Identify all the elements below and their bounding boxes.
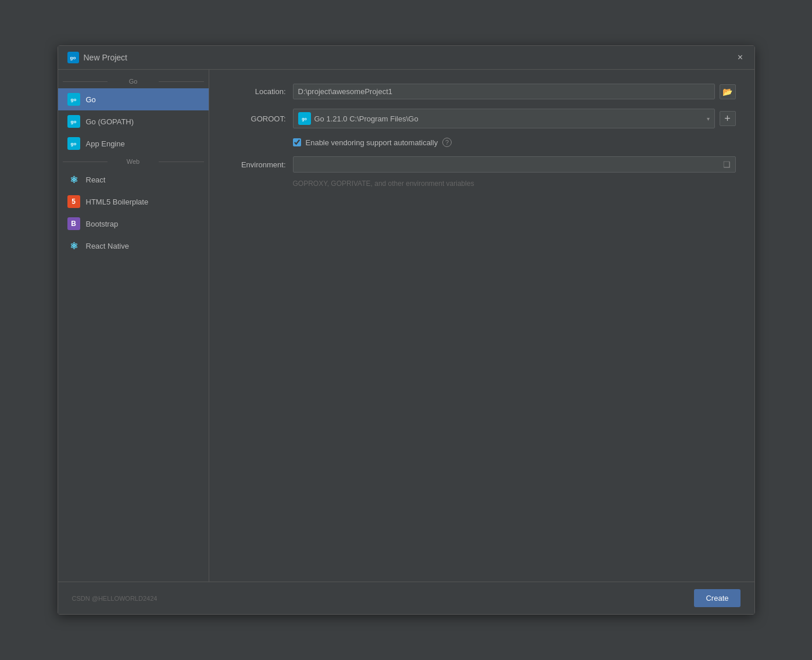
location-label: Location: [228,87,286,96]
sidebar: Go go Go go Go (GOPATH) go App En [58,70,209,582]
go-gopath-icon: go [67,115,80,128]
app-engine-icon: go [67,137,80,150]
clipboard-icon: ❑ [723,160,731,169]
bootstrap-icon: B [67,217,80,230]
vendoring-label: Enable vendoring support automatically [306,138,438,147]
goroot-select-value: Go 1.21.0 C:\Program Files\Go [314,114,418,123]
sidebar-item-go-gopath-label: Go (GOPATH) [86,117,134,126]
html5-icon: 5 [67,195,80,208]
location-input[interactable] [293,84,715,99]
close-button[interactable]: × [736,53,745,62]
goroot-row: GOROOT: go Go 1.21.0 C:\Program Files\Go… [228,109,736,128]
sidebar-item-html5-label: HTML5 Boilerplate [86,198,149,206]
goroot-select[interactable]: go Go 1.21.0 C:\Program Files\Go ▾ [293,109,715,128]
vendoring-checkbox[interactable] [293,138,301,146]
web-section-label: Web [58,155,209,168]
goroot-select-wrap: go Go 1.21.0 C:\Program Files\Go ▾ + [293,109,736,128]
location-row: Location: 📂 [228,84,736,99]
environment-placeholder: GOPROXY, GOPRIVATE, and other environmen… [293,180,736,188]
go-icon: go [67,93,80,106]
app-icon: go [67,52,79,63]
location-input-wrap: 📂 [293,84,736,99]
location-browse-button[interactable]: 📂 [720,84,736,99]
react-icon: ⚛ [67,173,80,186]
goroot-add-button[interactable]: + [720,111,736,126]
sidebar-item-react-native-label: React Native [86,242,129,250]
main-content: Location: 📂 GOROOT: [209,70,754,582]
environment-label: Environment: [228,160,286,169]
sidebar-item-go-gopath[interactable]: go Go (GOPATH) [58,110,209,132]
sidebar-item-go[interactable]: go Go [58,88,209,110]
sidebar-item-react-label: React [86,175,106,184]
goroot-select-content: go Go 1.21.0 C:\Program Files\Go [298,112,707,125]
goroot-label: GOROOT: [228,114,286,123]
react-native-icon: ⚛ [67,239,80,252]
chevron-down-icon: ▾ [707,116,710,122]
sidebar-item-html5[interactable]: 5 HTML5 Boilerplate [58,191,209,213]
sidebar-item-bootstrap[interactable]: B Bootstrap [58,213,209,235]
vendoring-row: Enable vendoring support automatically ? [293,138,736,147]
app-icon-text: go [70,55,76,60]
title-bar: go New Project × [58,46,754,70]
watermark: CSDN @HELLOWORLD2424 [72,595,158,602]
help-icon[interactable]: ? [442,138,452,147]
dialog-body: Go go Go go Go (GOPATH) go App En [58,70,754,582]
sidebar-item-app-engine-label: App Engine [86,139,125,148]
folder-icon: 📂 [722,87,732,96]
sidebar-item-go-label: Go [86,95,96,104]
dialog-footer: CSDN @HELLOWORLD2424 Create [58,582,754,614]
environment-input[interactable]: ❑ [293,156,736,173]
environment-row: Environment: ❑ [228,156,736,173]
new-project-dialog: go New Project × Go go Go go Go (GOPATH) [58,45,755,615]
create-button[interactable]: Create [694,589,740,607]
go-section-label: Go [58,74,209,88]
plus-icon: + [724,113,731,125]
title-bar-left: go New Project [67,52,127,63]
sidebar-item-react[interactable]: ⚛ React [58,168,209,191]
dialog-title: New Project [84,53,127,62]
goroot-go-icon: go [298,112,311,125]
sidebar-item-app-engine[interactable]: go App Engine [58,132,209,155]
sidebar-item-react-native[interactable]: ⚛ React Native [58,235,209,257]
sidebar-item-bootstrap-label: Bootstrap [86,220,119,228]
